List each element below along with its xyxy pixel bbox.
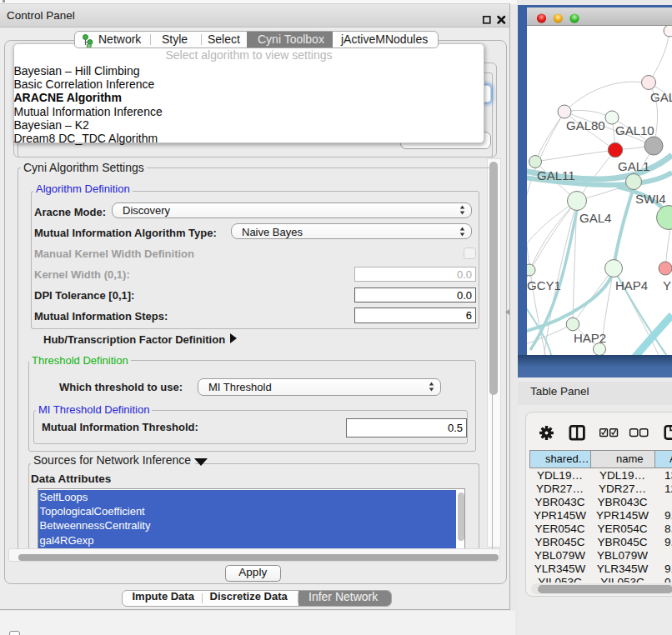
- svg-text:GAL10: GAL10: [615, 123, 654, 138]
- svg-text:GAL: GAL: [650, 90, 672, 104]
- svg-text:GAL4: GAL4: [579, 211, 611, 225]
- svg-text:GCY1: GCY1: [527, 278, 561, 292]
- svg-text:GAL80: GAL80: [566, 118, 605, 132]
- svg-text:GAL1: GAL1: [618, 159, 649, 173]
- svg-text:HAP2: HAP2: [574, 331, 606, 345]
- svg-text:SWI4: SWI4: [635, 192, 666, 206]
- svg-text:Y: Y: [663, 278, 671, 292]
- svg-text:GAL11: GAL11: [537, 168, 575, 182]
- svg-text:HAP4: HAP4: [615, 278, 648, 292]
